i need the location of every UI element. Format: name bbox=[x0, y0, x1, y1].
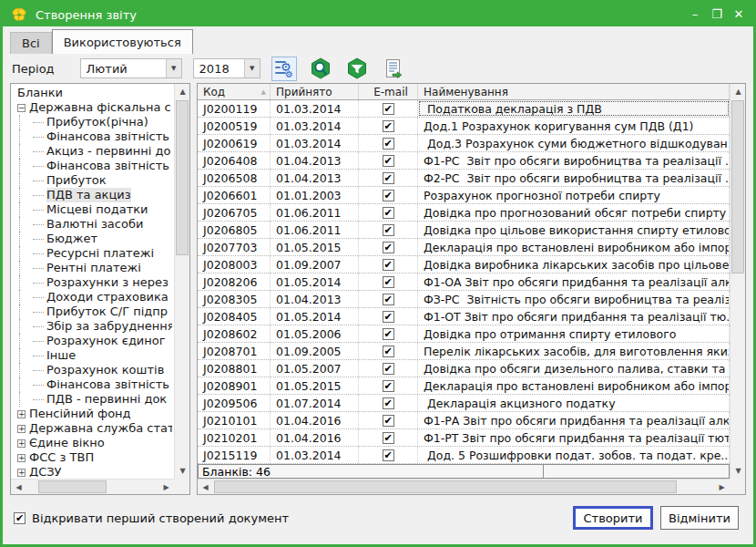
tree-item[interactable]: ПДВ - первинні док bbox=[13, 392, 172, 407]
tree-item[interactable]: Прибуток(річна) bbox=[13, 115, 172, 129]
create-button[interactable]: Створити bbox=[573, 506, 653, 530]
email-checkbox[interactable]: ✔ bbox=[383, 432, 394, 444]
email-checkbox[interactable]: ✔ bbox=[383, 172, 394, 184]
expand-icon[interactable]: + bbox=[17, 439, 26, 448]
open-first-checkbox[interactable]: ✔ bbox=[14, 512, 26, 524]
table-row[interactable]: J021010101.04.2016✔Ф1-РА Звіт про обсяги… bbox=[198, 412, 730, 429]
scroll-down-icon[interactable]: ▼ bbox=[730, 463, 746, 479]
email-checkbox[interactable]: ✔ bbox=[383, 190, 394, 201]
scrollbar-thumb[interactable] bbox=[214, 480, 677, 493]
tree-item[interactable]: Розрахунок єдиног bbox=[13, 334, 172, 348]
expand-icon[interactable]: + bbox=[17, 410, 26, 418]
email-checkbox[interactable]: ✔ bbox=[383, 120, 394, 132]
email-checkbox[interactable]: ✔ bbox=[383, 242, 394, 253]
tree-item[interactable]: Акциз - первинні до bbox=[13, 144, 172, 159]
scroll-right-icon[interactable]: ▶ bbox=[158, 480, 174, 495]
search-button[interactable] bbox=[308, 57, 333, 81]
chevron-down-icon[interactable]: ▼ bbox=[244, 59, 260, 77]
tree-vertical-scrollbar[interactable]: ▲ ▼ bbox=[174, 84, 189, 479]
expand-icon[interactable]: + bbox=[17, 454, 26, 462]
table-row[interactable]: J020950601.07.2014✔ Декларація акцизного… bbox=[198, 395, 730, 412]
tree-item[interactable]: Збір за забруднення bbox=[13, 319, 172, 334]
table-row[interactable]: J021511901.03.2014✔ Дод. 5 Розшифровки п… bbox=[198, 447, 730, 464]
column-header-date[interactable]: Прийнято bbox=[271, 84, 359, 99]
tree-item[interactable]: Інше bbox=[13, 348, 172, 363]
column-header-name[interactable]: Найменування bbox=[418, 84, 730, 99]
minimize-button[interactable]: – bbox=[688, 7, 702, 22]
tree-item[interactable]: Доходи страховика bbox=[13, 290, 172, 304]
email-checkbox[interactable]: ✔ bbox=[383, 380, 394, 392]
tree-item[interactable]: Прибуток С/Г підпр bbox=[13, 304, 172, 319]
table-vertical-scrollbar[interactable]: ▲ ▼ bbox=[730, 84, 745, 479]
table-row[interactable]: J020770301.05.2015✔Декларація про встано… bbox=[198, 239, 730, 256]
email-checkbox[interactable]: ✔ bbox=[383, 224, 394, 236]
column-header-email[interactable]: E-mail bbox=[359, 84, 418, 99]
email-checkbox[interactable]: ✔ bbox=[383, 294, 394, 305]
email-checkbox[interactable]: ✔ bbox=[383, 346, 394, 357]
table-row[interactable]: J020670501.06.2011✔Довідка про прогнозов… bbox=[198, 204, 730, 222]
tree-item[interactable]: Фінансова звітність bbox=[13, 129, 172, 144]
table-row[interactable]: J020890101.05.2015✔Декларація про встано… bbox=[198, 377, 730, 395]
tree-item[interactable]: +Державна служба стат bbox=[13, 421, 172, 436]
email-checkbox[interactable]: ✔ bbox=[383, 449, 394, 461]
tab-all[interactable]: Всі bbox=[10, 32, 52, 54]
close-button[interactable]: ✕ bbox=[731, 7, 746, 22]
scroll-up-icon[interactable]: ▲ bbox=[175, 84, 190, 99]
table-row[interactable]: J020011901.03.2014✔ Податкова декларація… bbox=[198, 100, 730, 118]
tab-used[interactable]: Використовуються bbox=[52, 29, 193, 54]
email-checkbox[interactable]: ✔ bbox=[383, 415, 394, 427]
table-row[interactable]: J020650801.04.2013✔Ф2-РС Звіт про обсяги… bbox=[198, 170, 730, 187]
table-row[interactable]: J020830501.04.2013✔ФЗ-РС Звітність про о… bbox=[198, 291, 730, 308]
table-row[interactable]: J020660101.01.2003✔Розрахунок прогнозної… bbox=[198, 187, 730, 204]
table-row[interactable]: J020880101.05.2007✔Довідка про обсяги ди… bbox=[198, 360, 730, 377]
table-row[interactable]: J020640801.04.2013✔Ф1-РС Звіт про обсяги… bbox=[198, 152, 730, 170]
tree-item[interactable]: Місцеві податки bbox=[13, 202, 172, 217]
tree-horizontal-scrollbar[interactable]: ◀ ▶ bbox=[11, 479, 174, 494]
tree-item[interactable]: Розрахунок коштів bbox=[13, 363, 172, 377]
scrollbar-thumb[interactable] bbox=[38, 480, 107, 493]
email-checkbox[interactable]: ✔ bbox=[383, 138, 394, 150]
tree-item[interactable]: Рентні платежі bbox=[13, 261, 172, 275]
email-checkbox[interactable]: ✔ bbox=[383, 311, 394, 323]
scroll-up-icon[interactable]: ▲ bbox=[730, 84, 746, 99]
email-checkbox[interactable]: ✔ bbox=[383, 207, 394, 219]
tree-item[interactable]: +ДСЗУ bbox=[13, 465, 172, 477]
expand-icon[interactable]: + bbox=[17, 469, 26, 477]
open-first-option[interactable]: ✔ Відкривати перший створений документ bbox=[14, 511, 289, 525]
table-row[interactable]: J020860201.05.2006✔Довідка про отримання… bbox=[198, 325, 730, 343]
table-row[interactable]: J020870101.09.2005✔Перелік лікарських за… bbox=[198, 343, 730, 360]
email-checkbox[interactable]: ✔ bbox=[383, 397, 394, 409]
tree-item[interactable]: +ФСС з ТВП bbox=[13, 450, 172, 465]
scroll-right-icon[interactable]: ▶ bbox=[714, 480, 730, 495]
tree-item[interactable]: +Єдине вікно bbox=[13, 436, 172, 450]
expand-icon[interactable]: + bbox=[17, 425, 26, 433]
scroll-left-icon[interactable]: ◀ bbox=[11, 480, 26, 495]
table-row[interactable]: J020840501.05.2014✔Ф1-ОТ Звіт про обсяги… bbox=[198, 308, 730, 325]
tree-item[interactable]: Прибуток bbox=[13, 173, 172, 188]
tree-item[interactable]: Ресурсні платежі bbox=[13, 246, 172, 261]
chevron-down-icon[interactable]: ▼ bbox=[166, 59, 181, 77]
scrollbar-thumb[interactable] bbox=[176, 100, 189, 255]
collapse-icon[interactable]: − bbox=[17, 104, 26, 112]
email-checkbox[interactable]: ✔ bbox=[383, 259, 394, 271]
filter-button[interactable] bbox=[344, 57, 370, 81]
scrollbar-thumb[interactable] bbox=[731, 100, 744, 274]
month-select[interactable]: Лютий ▼ bbox=[80, 58, 182, 78]
tree-item[interactable]: ПДВ та акциз bbox=[13, 188, 172, 202]
email-checkbox[interactable]: ✔ bbox=[383, 103, 394, 115]
tree-item[interactable]: +Пенсійний фонд bbox=[13, 407, 172, 421]
table-row[interactable]: J021020101.04.2016✔Ф1-РТ Звіт про обсяги… bbox=[198, 429, 730, 447]
tree-item[interactable]: −Державна фіскальна с bbox=[13, 100, 172, 115]
tree-item[interactable]: Фінансова звітність bbox=[13, 377, 172, 392]
tree-item[interactable]: Бланки bbox=[13, 86, 172, 100]
scroll-left-icon[interactable]: ◀ bbox=[198, 480, 213, 495]
table-row[interactable]: J020820601.05.2014✔Ф1-ОА Звіт про обсяги… bbox=[198, 274, 730, 291]
table-row[interactable]: J020051901.03.2014✔Дод.1 Розрахунок кори… bbox=[198, 118, 730, 135]
column-header-code[interactable]: Код ▲ bbox=[198, 84, 271, 99]
process-gears-button[interactable]: ⚙ ⚙ bbox=[271, 57, 297, 81]
tree-item[interactable]: Розрахунки з нерез bbox=[13, 275, 172, 290]
email-checkbox[interactable]: ✔ bbox=[383, 363, 394, 375]
maximize-button[interactable]: ❐ bbox=[710, 7, 724, 22]
tree-item[interactable]: Бюджет bbox=[13, 232, 172, 246]
cancel-button[interactable]: Відмінити bbox=[660, 506, 739, 530]
